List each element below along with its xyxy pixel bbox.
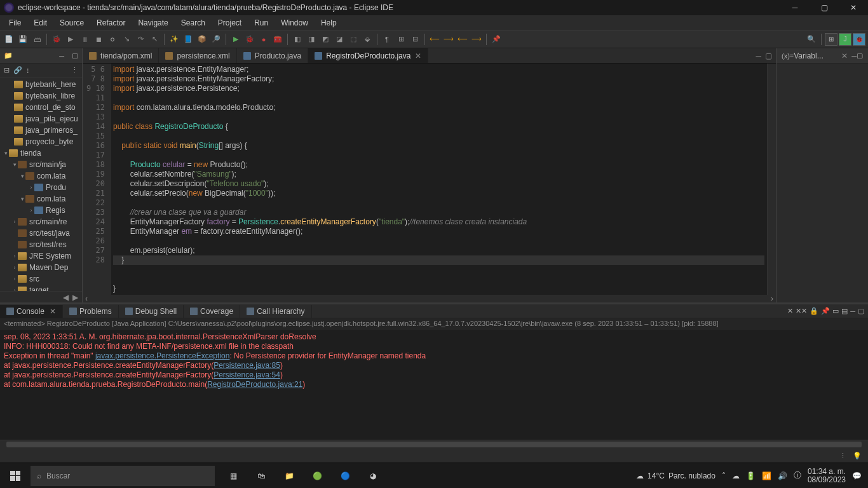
taskbar-clock[interactable]: 01:34 a. m. 08/09/2023: [808, 468, 846, 484]
bottom-tab[interactable]: Console✕: [0, 305, 63, 318]
menu-project[interactable]: Project: [212, 17, 248, 29]
tool-e-icon[interactable]: ⬚: [348, 34, 358, 44]
tool-h-icon[interactable]: ⊞: [396, 34, 406, 44]
trim-menu-icon[interactable]: ⋮: [839, 452, 846, 460]
terminate-icon[interactable]: ⏹: [93, 34, 104, 44]
chrome2-icon[interactable]: 🔵: [332, 463, 358, 489]
weather-widget[interactable]: ☁ 14°C Parc. nublado: [636, 471, 715, 480]
console-output[interactable]: sep. 08, 2023 1:33:51 A. M. org.hibernat…: [0, 330, 868, 440]
editor-tab[interactable]: persistence.xml: [159, 48, 236, 63]
console-remove-all-icon[interactable]: ✕✕: [796, 307, 807, 315]
tree-item[interactable]: java_primeros_: [0, 125, 82, 136]
console-max-icon[interactable]: ▢: [858, 307, 864, 315]
debug-icon[interactable]: 🐞: [51, 34, 62, 44]
suspend-icon[interactable]: ⏸: [79, 34, 90, 44]
tool-g-icon[interactable]: ¶: [382, 34, 392, 44]
pin-icon[interactable]: 📌: [491, 34, 501, 44]
tree-item[interactable]: ▾com.lata: [0, 170, 82, 182]
new-wiz-icon[interactable]: ✨: [169, 34, 179, 44]
next-annot-icon[interactable]: ⟶: [471, 34, 482, 44]
maximize-view-icon[interactable]: ▢: [68, 50, 82, 61]
coverage-icon[interactable]: ●: [259, 34, 269, 44]
console-display-icon[interactable]: ▭: [832, 307, 839, 315]
nav-back-icon[interactable]: ◀: [63, 293, 69, 302]
debug-run-icon[interactable]: 🐞: [245, 34, 255, 44]
tree-item[interactable]: ▾com.lata: [0, 193, 82, 205]
disconnect-icon[interactable]: ⭘: [107, 34, 118, 44]
tree-item[interactable]: ▾tienda: [0, 147, 82, 159]
taskbar-search[interactable]: ⌕ Buscar: [31, 466, 215, 486]
debug-perspective-icon[interactable]: 🐞: [853, 33, 865, 46]
step-over-icon[interactable]: ↷: [135, 34, 146, 44]
close-tab-icon[interactable]: ✕: [415, 51, 421, 60]
wifi-icon[interactable]: 📶: [762, 471, 771, 480]
tool-a-icon[interactable]: ◧: [292, 34, 302, 44]
open-type-icon[interactable]: 🔎: [211, 34, 221, 44]
explorer-icon[interactable]: 📁: [276, 463, 302, 489]
editor-maximize-icon[interactable]: ▢: [765, 51, 772, 60]
bottom-tab[interactable]: Problems: [63, 305, 119, 318]
tool-i-icon[interactable]: ⊟: [410, 34, 420, 44]
back-icon[interactable]: ⟵: [430, 34, 440, 44]
console-hscroll[interactable]: [0, 440, 868, 449]
tree-item[interactable]: ›Produ: [0, 182, 82, 193]
close-button[interactable]: ✕: [839, 0, 868, 15]
tip-icon[interactable]: 💡: [853, 452, 862, 460]
new-pkg-icon[interactable]: 📦: [197, 34, 207, 44]
editor-tab[interactable]: Producto.java: [237, 48, 308, 63]
maximize-button[interactable]: ▢: [810, 0, 839, 15]
nav-fwd-icon[interactable]: ▶: [72, 293, 78, 302]
close-tab-icon[interactable]: ✕: [50, 307, 56, 316]
tree-item[interactable]: ›Maven Dep: [0, 262, 82, 273]
open-perspective-icon[interactable]: ⊞: [825, 33, 837, 46]
link-editor-icon[interactable]: 🔗: [13, 66, 22, 74]
view-menu-icon[interactable]: ⋮: [71, 66, 78, 74]
tree-item[interactable]: ▾src/main/ja: [0, 159, 82, 170]
tree-item[interactable]: control_de_sto: [0, 102, 82, 113]
battery-icon[interactable]: 🔋: [746, 471, 756, 480]
menu-window[interactable]: Window: [275, 17, 315, 29]
menu-source[interactable]: Source: [53, 17, 90, 29]
run-icon[interactable]: ▶: [231, 34, 241, 44]
console-clear-icon[interactable]: ✕: [787, 307, 793, 315]
notifications-icon[interactable]: 💬: [852, 471, 862, 480]
tool-f-icon[interactable]: ⬙: [362, 34, 372, 44]
editor-hscroll[interactable]: ‹›: [83, 295, 776, 302]
new-class-icon[interactable]: 📘: [183, 34, 193, 44]
tool-c-icon[interactable]: ◩: [320, 34, 330, 44]
search-tool-icon[interactable]: 🔍: [806, 34, 817, 44]
explorer-tab-icon[interactable]: 📁: [0, 50, 17, 61]
resume-icon[interactable]: ▶: [65, 34, 76, 44]
ext-tools-icon[interactable]: 🧰: [273, 34, 283, 44]
volume-icon[interactable]: 🔊: [778, 471, 787, 480]
editor-tab[interactable]: RegistroDeProducto.java✕: [308, 48, 428, 63]
editor-tab[interactable]: tienda/pom.xml: [83, 48, 159, 63]
tree-item[interactable]: bytebank_libre: [0, 90, 82, 102]
step-into-icon[interactable]: ↘: [121, 34, 132, 44]
code-editor[interactable]: import javax.persistence.EntityManager; …: [111, 64, 767, 295]
menu-search[interactable]: Search: [175, 17, 212, 29]
tree-item[interactable]: src/test/java: [0, 227, 82, 239]
variables-min-icon[interactable]: ─: [851, 52, 857, 60]
menu-help[interactable]: Help: [315, 17, 343, 29]
project-tree[interactable]: bytebank_herebytebank_librecontrol_de_st…: [0, 78, 82, 291]
tree-item[interactable]: bytebank_here: [0, 79, 82, 90]
save-icon[interactable]: 💾: [18, 34, 28, 44]
variables-tab-label[interactable]: Variabl...: [794, 51, 823, 60]
forward-icon[interactable]: ⟶: [444, 34, 454, 44]
menu-refactor[interactable]: Refactor: [90, 17, 132, 29]
tree-item[interactable]: ›src/main/re: [0, 216, 82, 227]
minimize-view-icon[interactable]: ─: [55, 51, 68, 61]
eclipse-task-icon[interactable]: ◕: [360, 463, 386, 489]
minimize-button[interactable]: ─: [780, 0, 810, 15]
tree-item[interactable]: ›src: [0, 273, 82, 285]
start-button[interactable]: [0, 463, 31, 489]
console-open-icon[interactable]: ▤: [841, 307, 848, 315]
save-all-icon[interactable]: 🗃: [32, 34, 42, 44]
menu-run[interactable]: Run: [248, 17, 275, 29]
menu-edit[interactable]: Edit: [27, 17, 53, 29]
onedrive-icon[interactable]: ☁: [732, 471, 740, 480]
variables-close-icon[interactable]: ✕: [841, 51, 848, 60]
tree-item[interactable]: proyecto_byte: [0, 136, 82, 147]
bottom-tab[interactable]: Coverage: [184, 305, 240, 318]
